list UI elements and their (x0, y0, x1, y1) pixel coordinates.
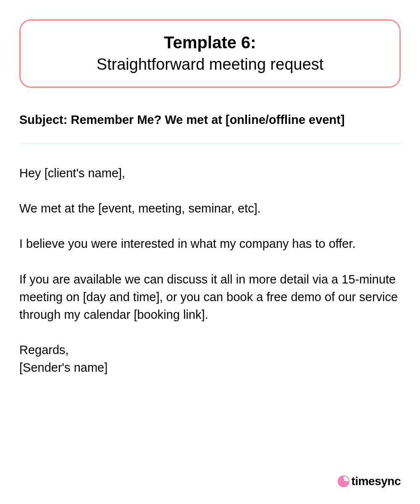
closing: Regards, (19, 343, 69, 357)
timesync-icon (337, 475, 350, 488)
brand-name: timesync (352, 475, 401, 488)
divider (19, 144, 401, 144)
body-line-3: If you are available we can discuss it a… (19, 270, 401, 323)
body-line-1: We met at the [event, meeting, seminar, … (19, 200, 401, 217)
template-header-box: Template 6: Straightforward meeting requ… (19, 19, 401, 88)
email-subject: Subject: Remember Me? We met at [online/… (19, 113, 401, 127)
brand-logo: timesync (337, 475, 401, 488)
sender-name: [Sender's name] (19, 361, 108, 374)
template-subtitle: Straightforward meeting request (37, 54, 383, 75)
greeting: Hey [client's name], (19, 164, 401, 182)
signature-block: Regards, [Sender's name] (19, 341, 401, 376)
template-title: Template 6: (37, 32, 383, 52)
body-line-2: I believe you were interested in what my… (19, 235, 401, 252)
email-body: Hey [client's name], We met at the [even… (19, 164, 401, 376)
